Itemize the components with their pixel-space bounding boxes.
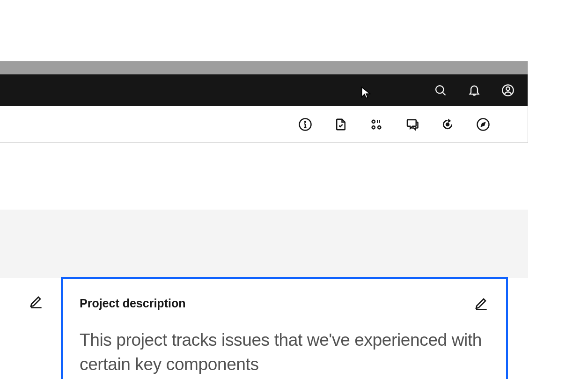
info-icon[interactable] [298, 117, 312, 131]
svg-point-5 [305, 121, 306, 122]
cursor-arrow-icon [360, 86, 372, 99]
project-description-panel[interactable]: Project description This project tracks … [61, 277, 508, 379]
grid-icon[interactable] [369, 117, 383, 131]
top-header-bar [0, 74, 528, 106]
content-background [0, 210, 528, 278]
window-chrome [0, 61, 528, 74]
refresh-icon[interactable] [441, 117, 455, 131]
user-icon[interactable] [501, 84, 514, 97]
bell-icon[interactable] [468, 84, 481, 97]
edit-icon[interactable] [474, 295, 489, 310]
panel-body-text: This project tracks issues that we've ex… [80, 328, 489, 377]
panel-heading: Project description [80, 297, 489, 310]
project-toolbar [0, 106, 528, 143]
document-check-icon[interactable] [334, 117, 348, 131]
edit-icon[interactable] [29, 293, 44, 308]
svg-point-13 [378, 126, 381, 129]
svg-point-12 [372, 126, 375, 129]
svg-point-3 [506, 87, 509, 90]
comment-icon[interactable] [405, 117, 419, 131]
svg-point-14 [446, 123, 449, 126]
svg-point-0 [436, 86, 443, 93]
svg-line-1 [443, 93, 446, 95]
search-icon[interactable] [434, 84, 447, 97]
compass-icon[interactable] [476, 117, 490, 131]
app-window [0, 61, 528, 143]
svg-point-9 [372, 120, 375, 123]
